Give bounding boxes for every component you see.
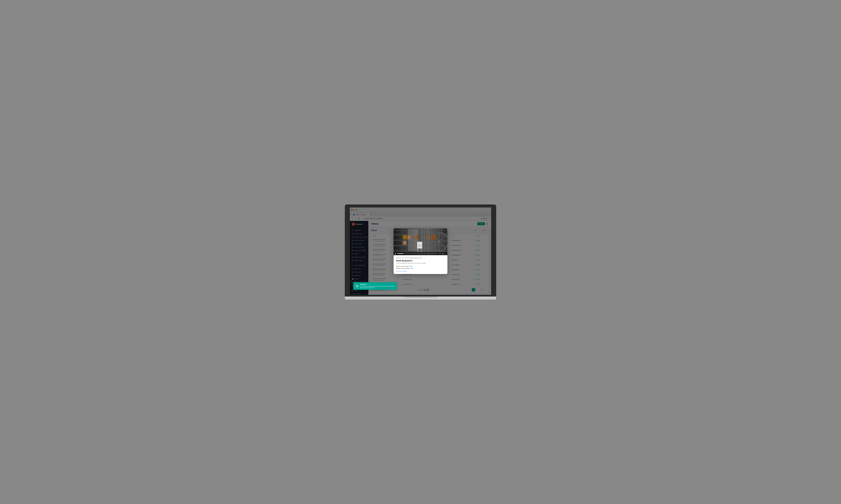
toast-success-icon: ✓ [356,285,359,288]
video-time: 4:36 [439,253,441,254]
progress-bar[interactable] [397,253,437,254]
battery-finish-value: 70% [410,268,413,269]
svg-rect-9 [418,244,422,247]
fullscreen-icon[interactable]: ⛶ [445,253,446,254]
modal-video-player: × ▶ 4:36 🔊 ⛶ [394,228,447,255]
volume-icon[interactable]: 🔊 [442,253,444,254]
video-icons: 🔊 ⛶ [442,253,446,254]
export-in-progress-link[interactable]: Export in progress [396,270,445,272]
toast-title: Success [360,284,395,285]
warehouse-svg [394,228,447,255]
battery-start-value: 70% [410,266,412,267]
modal-battery-start: Battery Level at Start: 70% [396,266,445,267]
play-button[interactable]: ▶ [395,253,396,254]
modal-body: 2024-07-03 15:47:36 (Australia/Melbourne… [394,255,447,274]
modal-overlay[interactable]: × ▶ 4:36 🔊 ⛶ [350,208,491,295]
video-controls: ▶ 4:36 🔊 ⛶ [394,252,447,255]
modal-timestamp: 2024-07-03 15:47:36 (Australia/Melbourne… [396,257,445,259]
success-toast: ✓ Success Your video is being processed … [353,282,397,290]
toast-message: Your video is being processed now, pleas… [360,285,395,288]
modal-address: 3/420 St Kilda Rd, Melbourne VIC 3004, A… [396,263,445,264]
progress-fill [397,253,404,254]
video-modal: × ▶ 4:36 🔊 ⛶ [394,228,447,274]
svg-rect-26 [408,229,418,251]
battery-start-label: Battery Level at Start: [396,266,409,267]
battery-finish-label: Battery Level at Finish: [396,268,410,269]
modal-battery-finish: Battery Level at Finish: 70% [396,268,445,269]
modal-close-button[interactable]: × [443,229,446,233]
svg-rect-17 [403,241,407,245]
modal-title: Brad Bodyworn [396,259,445,262]
toast-content: Success Your video is being processed no… [360,284,395,288]
video-thumbnail [394,228,447,255]
svg-rect-14 [403,235,407,239]
